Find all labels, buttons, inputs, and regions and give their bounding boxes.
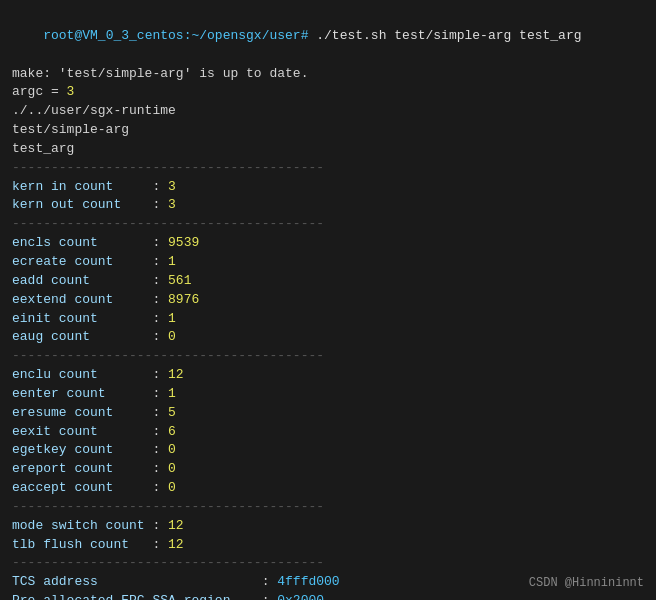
terminal-line: einit count : 1 <box>12 310 644 329</box>
kv-value: 1 <box>168 311 176 326</box>
kv-key: eenter count <box>12 386 106 401</box>
kv-value: 5 <box>168 405 176 420</box>
terminal-line: argc = 3 <box>12 83 644 102</box>
terminal-line: encls count : 9539 <box>12 234 644 253</box>
kv-key: enclu count <box>12 367 98 382</box>
command-text: ./test.sh test/simple-arg test_arg <box>316 28 581 43</box>
terminal-line: eaug count : 0 <box>12 328 644 347</box>
kv-value: 0 <box>168 442 176 457</box>
terminal-line: eresume count : 5 <box>12 404 644 423</box>
terminal-line: eenter count : 1 <box>12 385 644 404</box>
watermark: CSDN @Hinnininnt <box>529 576 644 590</box>
terminal-line: Pre-allocated EPC SSA region : 0x2000 <box>12 592 644 600</box>
kv-key: ecreate count <box>12 254 113 269</box>
kv-key: eaccept count <box>12 480 113 495</box>
terminal-line: ---------------------------------------- <box>12 347 644 366</box>
terminal-line: ---------------------------------------- <box>12 498 644 517</box>
terminal-line: enclu count : 12 <box>12 366 644 385</box>
kv-key: eresume count <box>12 405 113 420</box>
kv-key: kern out count <box>12 197 121 212</box>
terminal-line: ---------------------------------------- <box>12 554 644 573</box>
kv-value: 12 <box>168 537 184 552</box>
terminal-line: ereport count : 0 <box>12 460 644 479</box>
kv-key: eextend count <box>12 292 113 307</box>
kv-value: 3 <box>168 197 176 212</box>
kv-addr-value: 0x2000 <box>277 593 324 600</box>
kv-value: 1 <box>168 254 176 269</box>
terminal-window: root@VM_0_3_centos:~/opensgx/user# ./tes… <box>12 8 644 600</box>
kv-key: ereport count <box>12 461 113 476</box>
kv-addr-value: 4fffd000 <box>277 574 339 589</box>
terminal-line: ---------------------------------------- <box>12 159 644 178</box>
terminal-output: make: 'test/simple-arg' is up to date.ar… <box>12 65 644 600</box>
terminal-line: ./../user/sgx-runtime <box>12 102 644 121</box>
terminal-line: egetkey count : 0 <box>12 441 644 460</box>
terminal-line: eextend count : 8976 <box>12 291 644 310</box>
kv-value: 12 <box>168 518 184 533</box>
terminal-line: eaccept count : 0 <box>12 479 644 498</box>
kv-key: einit count <box>12 311 98 326</box>
kv-key: tlb flush count <box>12 537 129 552</box>
kv-addr-key: TCS address <box>12 574 98 589</box>
terminal-line: tlb flush count : 12 <box>12 536 644 555</box>
kv-value: 12 <box>168 367 184 382</box>
kv-key: eaug count <box>12 329 90 344</box>
terminal-line: eadd count : 561 <box>12 272 644 291</box>
terminal-line: make: 'test/simple-arg' is up to date. <box>12 65 644 84</box>
kv-value: 6 <box>168 424 176 439</box>
kv-addr-key: Pre-allocated EPC SSA region <box>12 593 230 600</box>
kv-key: encls count <box>12 235 98 250</box>
terminal-line: test/simple-arg <box>12 121 644 140</box>
kv-value: 8976 <box>168 292 199 307</box>
terminal-line: mode switch count : 12 <box>12 517 644 536</box>
kv-value: 1 <box>168 386 176 401</box>
kv-key: egetkey count <box>12 442 113 457</box>
terminal-line: ecreate count : 1 <box>12 253 644 272</box>
terminal-line: kern in count : 3 <box>12 178 644 197</box>
kv-value: 561 <box>168 273 191 288</box>
kv-key: mode switch count <box>12 518 145 533</box>
kv-value: 3 <box>168 179 176 194</box>
kv-key: eadd count <box>12 273 90 288</box>
kv-value: 0 <box>168 480 176 495</box>
kv-value: 0 <box>168 329 176 344</box>
terminal-line: ---------------------------------------- <box>12 215 644 234</box>
kv-key: kern in count <box>12 179 113 194</box>
terminal-line: kern out count : 3 <box>12 196 644 215</box>
prompt-line: root@VM_0_3_centos:~/opensgx/user# ./tes… <box>12 8 644 65</box>
terminal-line: eexit count : 6 <box>12 423 644 442</box>
prompt-text: root@VM_0_3_centos:~/opensgx/user# <box>43 28 316 43</box>
kv-key: eexit count <box>12 424 98 439</box>
terminal-line: test_arg <box>12 140 644 159</box>
kv-value: 9539 <box>168 235 199 250</box>
kv-value: 0 <box>168 461 176 476</box>
